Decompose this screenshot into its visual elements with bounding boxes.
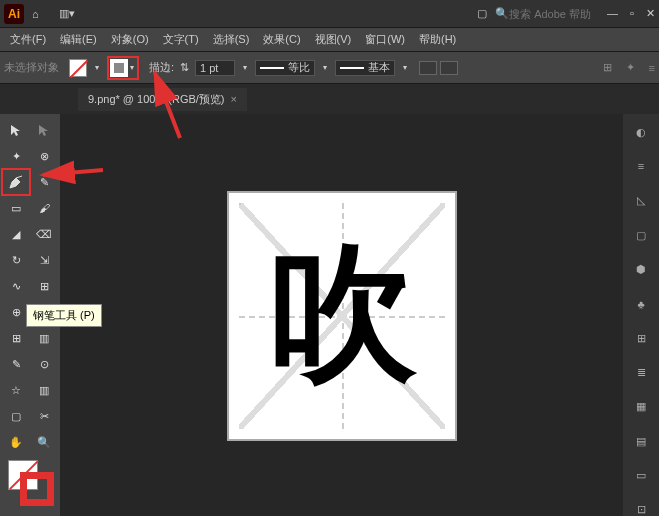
lasso-tool[interactable]: ⊗ [31, 144, 57, 168]
color-panel-icon[interactable]: ◐ [632, 124, 650, 140]
stroke-panel-icon[interactable]: ▭ [632, 467, 650, 483]
artboard[interactable]: 吹 [227, 191, 457, 441]
selection-tool[interactable] [3, 118, 29, 142]
libraries-panel-icon[interactable]: ▢ [632, 227, 650, 243]
symbols-panel-icon[interactable]: ♣ [632, 296, 650, 312]
gradient-tool[interactable]: ▥ [31, 326, 57, 350]
stroke-swatch-icon[interactable] [22, 474, 52, 504]
rectangle-tool[interactable]: ▭ [3, 196, 29, 220]
stroke-width-input[interactable]: 1 pt [195, 60, 235, 76]
panel-menu-icon[interactable]: ≡ [649, 62, 655, 74]
toolbar: ✦⊗ ✎ 钢笔工具 (P) ▭🖌 ◢⌫ ↻⇲ ∿⊞ ⊕▦ ⊞▥ ✎⊙ ☆▥ ▢✂… [0, 114, 60, 516]
fill-none-swatch[interactable] [69, 59, 87, 77]
right-panel: ◐ ≡ ◺ ▢ ⬢ ♣ ⊞ ≣ ▦ ▤ ▭ ⊡ [623, 114, 659, 516]
direct-selection-tool[interactable] [31, 118, 57, 142]
transform-panel-icon[interactable]: ⊞ [632, 330, 650, 346]
menu-effect[interactable]: 效果(C) [257, 30, 306, 49]
profile-dropdown-icon[interactable]: ▾ [401, 63, 409, 72]
character-glyph: 吹 [229, 193, 455, 439]
eraser-tool[interactable]: ⌫ [31, 222, 57, 246]
menu-type[interactable]: 文字(T) [157, 30, 205, 49]
pathfinder-panel-icon[interactable]: ▦ [632, 399, 650, 415]
arrange-icon[interactable]: ▥▾ [59, 7, 75, 20]
menu-view[interactable]: 视图(V) [309, 30, 358, 49]
doc-icon[interactable]: ▢ [477, 7, 487, 20]
search-icon[interactable]: 🔍 [495, 7, 509, 20]
menu-edit[interactable]: 编辑(E) [54, 30, 103, 49]
shaper-tool[interactable]: ◢ [3, 222, 29, 246]
appearance-panel-icon[interactable]: ⊡ [632, 502, 650, 516]
rotate-tool[interactable]: ↻ [3, 248, 29, 272]
tab-close-icon[interactable]: × [231, 93, 237, 105]
canvas-area[interactable]: 吹 [60, 114, 623, 516]
dash-profile[interactable]: 等比 [255, 60, 315, 76]
width-tool[interactable]: ∿ [3, 274, 29, 298]
pen-tooltip: 钢笔工具 (P) [26, 304, 102, 327]
symbol-sprayer-tool[interactable]: ☆ [3, 378, 29, 402]
stroke-swatch-highlight: ▾ [107, 56, 139, 80]
tab-title: 9.png* @ 100% (RGB/预览) [88, 92, 225, 107]
stroke-label: 描边: [149, 60, 174, 75]
scale-tool[interactable]: ⇲ [31, 248, 57, 272]
properties-panel-icon[interactable]: ≡ [632, 158, 650, 174]
menu-object[interactable]: 对象(O) [105, 30, 155, 49]
paintbrush-tool[interactable]: 🖌 [31, 196, 57, 220]
selection-status: 未选择对象 [4, 60, 59, 75]
slice-tool[interactable]: ✂ [31, 404, 57, 428]
app-logo: Ai [4, 4, 24, 24]
artboard-tool[interactable]: ▢ [3, 404, 29, 428]
align-icon[interactable]: ⊞ [603, 61, 612, 74]
stroke-width-dropdown-icon[interactable]: ▾ [241, 63, 249, 72]
shape-panel-icon[interactable]: ◺ [632, 193, 650, 209]
column-graph-tool[interactable]: ▥ [31, 378, 57, 402]
stroke-stepper-icon[interactable]: ⇅ [180, 61, 189, 74]
menu-file[interactable]: 文件(F) [4, 30, 52, 49]
opacity-icon[interactable] [419, 61, 437, 75]
width-profile[interactable]: 基本 [335, 60, 395, 76]
brushes-panel-icon[interactable]: ⬢ [632, 261, 650, 277]
home-icon[interactable]: ⌂ [32, 8, 39, 20]
menu-select[interactable]: 选择(S) [207, 30, 256, 49]
stroke-swatch[interactable] [110, 59, 128, 77]
free-transform-tool[interactable]: ⊞ [31, 274, 57, 298]
search-input[interactable] [509, 8, 599, 20]
dash-dropdown-icon[interactable]: ▾ [321, 63, 329, 72]
stroke-dropdown-icon[interactable]: ▾ [128, 63, 136, 72]
prefs-icon[interactable]: ✦ [626, 61, 635, 74]
pen-tool[interactable] [3, 170, 29, 194]
magic-wand-tool[interactable]: ✦ [3, 144, 29, 168]
swatches-panel-icon[interactable]: ▤ [632, 433, 650, 449]
maximize-icon[interactable]: ▫ [630, 7, 634, 20]
menu-window[interactable]: 窗口(W) [359, 30, 411, 49]
mesh-tool[interactable]: ⊞ [3, 326, 29, 350]
style-icon[interactable] [440, 61, 458, 75]
curvature-tool[interactable]: ✎ [31, 170, 57, 194]
align-panel-icon[interactable]: ≣ [632, 364, 650, 380]
eyedropper-tool[interactable]: ✎ [3, 352, 29, 376]
zoom-tool[interactable]: 🔍 [31, 430, 57, 454]
fill-stroke-control[interactable] [8, 460, 52, 504]
blend-tool[interactable]: ⊙ [31, 352, 57, 376]
fill-dropdown-icon[interactable]: ▾ [93, 63, 101, 72]
menu-help[interactable]: 帮助(H) [413, 30, 462, 49]
close-icon[interactable]: ✕ [646, 7, 655, 20]
document-tab[interactable]: 9.png* @ 100% (RGB/预览) × [78, 88, 247, 111]
minimize-icon[interactable]: — [607, 7, 618, 20]
hand-tool[interactable]: ✋ [3, 430, 29, 454]
